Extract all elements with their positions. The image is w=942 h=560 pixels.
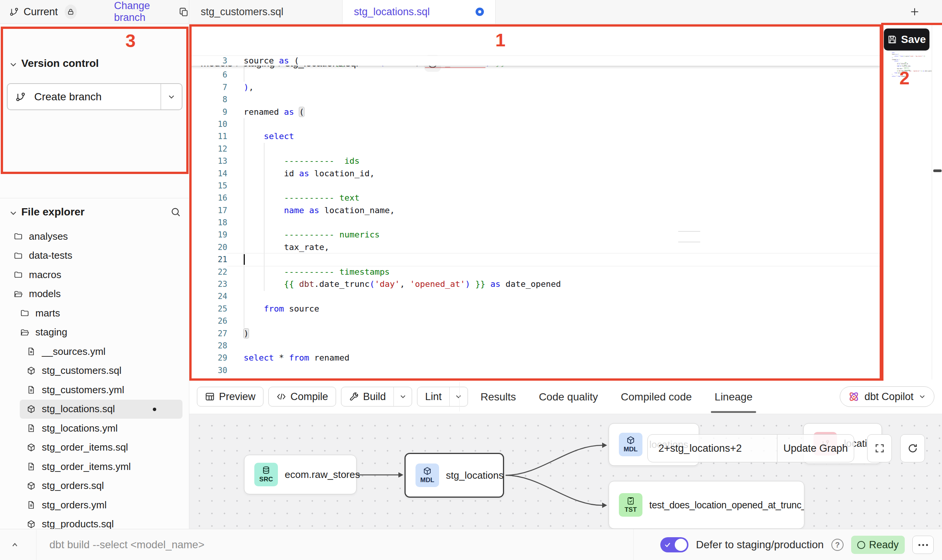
dbt-copilot-button[interactable]: dbt Copilot xyxy=(840,386,934,407)
file-tree-item-marts[interactable]: marts xyxy=(0,304,189,323)
code-line-30[interactable]: 30 xyxy=(189,364,881,376)
code-line-19[interactable]: 19 ---------- numerics xyxy=(189,229,881,241)
overflow-menu-button[interactable] xyxy=(912,536,934,554)
line-number: 11 xyxy=(189,130,227,142)
tab-stg-customers-sql[interactable]: stg_customers.sql xyxy=(189,0,343,24)
chevron-down-icon[interactable] xyxy=(8,208,18,218)
code-line-28[interactable]: 28 xyxy=(189,340,881,352)
file-tree-item-models[interactable]: models xyxy=(0,285,189,304)
file-tree-label: stg_products.sql xyxy=(42,518,114,530)
update-graph-button[interactable]: Update Graph xyxy=(777,435,854,462)
file-tree-item-data-tests[interactable]: data-tests xyxy=(0,246,189,266)
code-line-18[interactable]: 18 xyxy=(189,217,881,229)
code-line-24[interactable]: 24 xyxy=(189,290,881,302)
fullscreen-button[interactable] xyxy=(867,434,892,462)
file-tree-item-macros[interactable]: macros xyxy=(0,265,189,285)
file-tree-item-staging[interactable]: staging xyxy=(0,323,189,342)
file-tree-item-analyses[interactable]: analyses xyxy=(0,227,189,246)
code-line-21[interactable]: 21 xyxy=(189,253,881,266)
code-line-17[interactable]: 17 name as location_name, xyxy=(189,204,881,217)
file-tree-item-stg_locations.sql[interactable]: stg_locations.sql xyxy=(20,400,182,419)
lineage-node-ecom-raw-stores[interactable]: SRC ecom.raw_stores xyxy=(244,455,357,494)
code-line-27[interactable]: 27) xyxy=(189,327,881,340)
section-divider xyxy=(0,198,189,198)
code-line-7[interactable]: 7), xyxy=(189,81,881,93)
line-number: 25 xyxy=(189,303,227,315)
preview-button[interactable]: Preview xyxy=(197,387,263,407)
refresh-button[interactable] xyxy=(900,434,925,462)
file-tree-item-stg_order_items.sql[interactable]: stg_order_items.sql xyxy=(0,438,189,457)
tab-code-quality[interactable]: Code quality xyxy=(538,391,599,403)
lineage-canvas[interactable]: SRC ecom.raw_stores MDL stg_locations MD… xyxy=(189,414,942,529)
line-number: 10 xyxy=(189,118,227,130)
code-line-16[interactable]: 16 ---------- text xyxy=(189,192,881,204)
line-number: 20 xyxy=(189,241,227,253)
tab-results[interactable]: Results xyxy=(480,391,517,403)
code-line-20[interactable]: 20 tax_rate, xyxy=(189,241,881,253)
file-tree-item-stg_order_items.yml[interactable]: stg_order_items.yml xyxy=(0,457,189,476)
code-line-22[interactable]: 22 ---------- timestamps xyxy=(189,266,881,278)
file-tree-item-stg_locations.yml[interactable]: stg_locations.yml xyxy=(0,419,189,438)
file-tree-item-stg_orders.sql[interactable]: stg_orders.sql xyxy=(0,476,189,496)
code-line-29[interactable]: 29select * from renamed xyxy=(189,352,881,364)
copy-icon[interactable] xyxy=(178,6,189,17)
code-area[interactable]: 5 select * from {{ source('ecom', 'raw_s… xyxy=(189,56,881,380)
file-tree-item-stg_orders.yml[interactable]: stg_orders.yml xyxy=(0,495,189,515)
line-text: ) xyxy=(244,327,249,340)
code-line-26[interactable]: 26 xyxy=(189,315,881,327)
create-branch-dropdown[interactable] xyxy=(160,84,182,109)
code-line-6[interactable]: 6 xyxy=(189,69,881,81)
code-line-12[interactable]: 12 xyxy=(189,143,881,155)
code-line-15[interactable]: 15 xyxy=(189,180,881,192)
create-branch-label: Create branch xyxy=(34,91,101,103)
code-line-23[interactable]: 23 {{ dbt.date_trunc('day', 'opened_at')… xyxy=(189,278,881,290)
table-icon xyxy=(205,392,215,402)
panel-resize-grip[interactable] xyxy=(678,231,700,252)
code-line-11[interactable]: 11 select xyxy=(189,130,881,142)
mdl-badge: MDL xyxy=(619,433,642,456)
search-icon[interactable] xyxy=(170,207,181,217)
lineage-selector-input[interactable]: 2+stg_locations+2 xyxy=(648,435,777,462)
code-line-14[interactable]: 14 id as location_id, xyxy=(189,168,881,180)
code-lines: 5 select * from {{ source('ecom', 'raw_s… xyxy=(189,57,881,376)
build-button[interactable]: Build xyxy=(341,387,412,407)
new-tab-button[interactable] xyxy=(909,6,921,18)
tab-lineage[interactable]: Lineage xyxy=(714,391,753,403)
file-tree-item-__sources.yml[interactable]: __sources.yml xyxy=(0,342,189,361)
save-button[interactable]: Save xyxy=(884,28,929,51)
code-line-10[interactable]: 10 xyxy=(189,118,881,130)
code-line-9[interactable]: 9renamed as ( xyxy=(189,106,881,118)
defer-toggle[interactable] xyxy=(660,537,688,552)
check-icon xyxy=(664,541,671,548)
command-input[interactable]: dbt build --select <model_name> xyxy=(49,539,205,551)
line-number: 17 xyxy=(189,204,227,217)
tab-label: stg_locations.sql xyxy=(354,6,430,18)
minimap-code[interactable]: with source as ( select * from {{ source… xyxy=(892,52,942,78)
lineage-node-test[interactable]: TST test_does_location_opened_at_trunc_t… xyxy=(609,481,804,529)
line-text: select * from renamed xyxy=(244,352,349,364)
line-text: ---------- ids xyxy=(244,155,360,167)
model-icon xyxy=(27,366,36,375)
lint-button[interactable]: Lint xyxy=(417,387,468,407)
chevron-up-icon[interactable] xyxy=(10,540,20,550)
code-line-25[interactable]: 25 from source xyxy=(189,303,881,315)
line-number: 16 xyxy=(189,192,227,204)
create-branch-main[interactable]: Create branch xyxy=(8,84,160,109)
tab-stg-locations-sql[interactable]: stg_locations.sql xyxy=(343,0,496,24)
tab-compiled-code[interactable]: Compiled code xyxy=(620,391,693,403)
lint-dropdown[interactable] xyxy=(449,387,468,406)
create-branch-button[interactable]: Create branch xyxy=(7,83,182,110)
change-branch-link[interactable]: Change branch xyxy=(114,0,173,24)
code-editor[interactable]: models/staging/stg_locations.sql 5 selec… xyxy=(189,24,881,380)
minimap-scrollbar-thumb[interactable] xyxy=(933,169,942,172)
build-dropdown[interactable] xyxy=(393,387,412,406)
defer-label: Defer to staging/production xyxy=(696,539,824,551)
help-icon[interactable]: ? xyxy=(831,539,844,551)
chevron-down-icon[interactable] xyxy=(8,60,18,70)
code-line-8[interactable]: 8 xyxy=(189,93,881,106)
code-line-13[interactable]: 13 ---------- ids xyxy=(189,155,881,167)
lineage-node-stg-locations[interactable]: MDL stg_locations xyxy=(404,453,504,498)
file-tree-item-stg_customers.sql[interactable]: stg_customers.sql xyxy=(0,361,189,381)
file-tree-item-stg_customers.yml[interactable]: stg_customers.yml xyxy=(0,380,189,400)
compile-button[interactable]: Compile xyxy=(268,387,336,407)
